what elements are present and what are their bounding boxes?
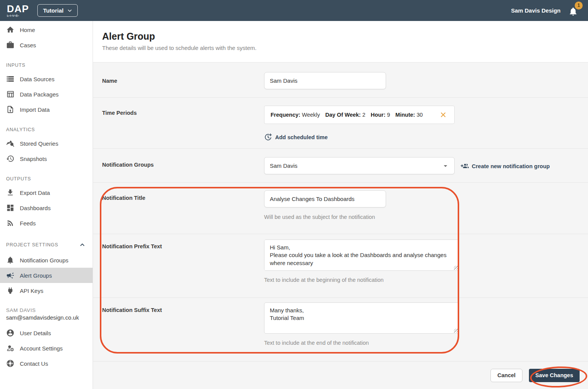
sidebar-item-account-settings[interactable]: Account Settings: [0, 341, 93, 356]
scheduled-time-card: Frequency: Weekly Day Of Week: 2 Hour: 9…: [264, 106, 455, 124]
chevron-up-icon: [78, 241, 87, 249]
rss-icon: [6, 219, 14, 227]
bell-icon: [6, 256, 14, 264]
notification-title-input[interactable]: [264, 190, 386, 207]
sidebar-item-label: API Keys: [20, 288, 43, 294]
sidebar-item-label: Contact Us: [20, 360, 48, 367]
form-row-notification-title: Notification Title Will be used as the s…: [93, 182, 588, 234]
notification-suffix-textarea[interactable]: Many thanks, Tutorial Team: [264, 302, 459, 334]
download-icon: [6, 188, 14, 197]
user-email-label: sam@samdavisdesign.co.uk: [0, 313, 93, 325]
cancel-button[interactable]: Cancel: [490, 369, 522, 382]
add-scheduled-time-button[interactable]: Add scheduled time: [264, 133, 328, 141]
caret-down-icon: [441, 162, 450, 170]
form-row-notification-suffix: Notification Suffix Text Many thanks, Tu…: [93, 297, 588, 361]
logo-sub-text: LIVE: [7, 14, 29, 18]
sidebar-item-label: Cases: [20, 42, 36, 48]
group-add-icon: [461, 162, 469, 170]
sidebar-item-label: Import Data: [20, 106, 50, 113]
day-of-week-value: 2: [362, 112, 365, 118]
sidebar-item-user-details[interactable]: User Details: [0, 325, 93, 341]
sidebar-item-dashboards[interactable]: Dashboards: [0, 200, 93, 215]
save-changes-button[interactable]: Save Changes: [529, 369, 580, 382]
frequency-label: Frequency:: [271, 112, 300, 118]
form-row-time-periods: Time Periods Frequency: Weekly Day Of We…: [93, 97, 588, 148]
sidebar-item-cases[interactable]: Cases: [0, 37, 93, 53]
name-input[interactable]: [264, 72, 386, 89]
sidebar-item-label: Snapshots: [20, 156, 47, 162]
notification-title-hint: Will be used as the subject for the noti…: [264, 214, 579, 220]
sidebar-item-feeds[interactable]: Feeds: [0, 215, 93, 231]
create-notification-group-label: Create new notification group: [472, 163, 550, 169]
time-periods-label: Time Periods: [102, 98, 264, 148]
sidebar-item-label: User Details: [20, 330, 51, 336]
sidebar-item-label: Stored Queries: [20, 140, 58, 147]
sidebar-section-outputs: OUTPUTS: [0, 166, 93, 185]
form-row-name: Name: [93, 62, 588, 97]
notification-group-select[interactable]: Sam Davis: [264, 157, 455, 174]
sidebar-item-data-sources[interactable]: Data Sources: [0, 71, 93, 87]
sidebar: Home Cases INPUTS Data Sources Data Pack…: [0, 21, 93, 389]
notification-group-selected-value: Sam Davis: [270, 162, 298, 169]
sidebar-item-contact-us[interactable]: Contact Us: [0, 356, 93, 371]
sidebar-item-label: Data Sources: [20, 76, 54, 82]
day-of-week-label: Day Of Week:: [325, 112, 360, 118]
hour-label: Hour:: [371, 112, 386, 118]
dap-live-logo[interactable]: DAP LIVE: [7, 4, 29, 18]
history-icon: [6, 154, 14, 163]
notification-prefix-hint: Text to include at the beginning of the …: [264, 277, 579, 283]
project-selector-button[interactable]: Tutorial: [37, 4, 78, 17]
sidebar-item-export-data[interactable]: Export Data: [0, 185, 93, 200]
page-header: Alert Group These details will be used t…: [93, 21, 588, 62]
sidebar-item-label: Notification Groups: [20, 257, 69, 264]
sidebar-item-notification-groups[interactable]: Notification Groups: [0, 252, 93, 268]
notification-groups-label: Notification Groups: [102, 149, 264, 182]
notification-title-label: Notification Title: [102, 183, 264, 234]
sidebar-section-inputs: INPUTS: [0, 53, 93, 71]
clock-plus-icon: [264, 133, 272, 141]
file-upload-icon: [6, 105, 14, 114]
close-x-icon: [439, 111, 447, 119]
sidebar-item-data-packages[interactable]: Data Packages: [0, 87, 93, 102]
sidebar-item-snapshots[interactable]: Snapshots: [0, 151, 93, 166]
notification-prefix-textarea[interactable]: Hi Sam, Please could you take a look at …: [264, 240, 459, 271]
minute-label: Minute:: [396, 112, 415, 118]
sidebar-item-label: Data Packages: [20, 91, 59, 98]
sidebar-item-label: Alert Groups: [20, 272, 52, 279]
page-title: Alert Group: [102, 31, 579, 42]
add-scheduled-time-label: Add scheduled time: [275, 134, 328, 140]
sidebar-item-home[interactable]: Home: [0, 22, 93, 37]
hour-value: 9: [387, 112, 390, 118]
sidebar-item-label: Feeds: [20, 220, 36, 227]
person-gear-icon: [6, 344, 14, 352]
dashboard-icon: [6, 204, 14, 212]
sidebar-item-api-keys[interactable]: API Keys: [0, 283, 93, 298]
sidebar-item-label: Home: [20, 27, 35, 33]
app-window: DAP LIVE Tutorial Sam Davis Design 1 Hom…: [0, 0, 588, 389]
home-icon: [6, 26, 14, 34]
sidebar-item-label: Export Data: [20, 190, 50, 196]
remove-scheduled-time-button[interactable]: [438, 110, 448, 120]
sidebar-item-label: Account Settings: [20, 345, 63, 352]
plug-icon: [6, 286, 14, 295]
form-row-notification-groups: Notification Groups Sam Davis: [93, 148, 588, 182]
create-notification-group-button[interactable]: Create new notification group: [461, 162, 550, 170]
form-footer: Cancel Save Changes: [93, 361, 588, 389]
account-name: Sam Davis Design: [511, 7, 561, 14]
storage-icon: [6, 75, 14, 83]
sidebar-item-label: Dashboards: [20, 205, 51, 211]
resize-handle[interactable]: [454, 266, 458, 270]
resize-handle[interactable]: [454, 329, 458, 333]
sidebar-item-import-data[interactable]: Import Data: [0, 102, 93, 117]
notification-suffix-label: Notification Suffix Text: [102, 298, 264, 361]
frequency-value: Weekly: [302, 112, 320, 118]
notification-count-badge: 1: [575, 2, 583, 10]
page-subtitle: These details will be used to schedule a…: [102, 45, 579, 51]
sidebar-section-project-settings: PROJECT SETTINGS: [0, 231, 93, 252]
notifications-bell-button[interactable]: 1: [568, 5, 580, 16]
support-icon: [6, 359, 14, 368]
briefcase-icon: [6, 41, 14, 49]
sidebar-item-stored-queries[interactable]: Stored Queries: [0, 136, 93, 151]
collapse-section-button[interactable]: [78, 241, 87, 249]
sidebar-item-alert-groups[interactable]: Alert Groups: [0, 268, 93, 283]
